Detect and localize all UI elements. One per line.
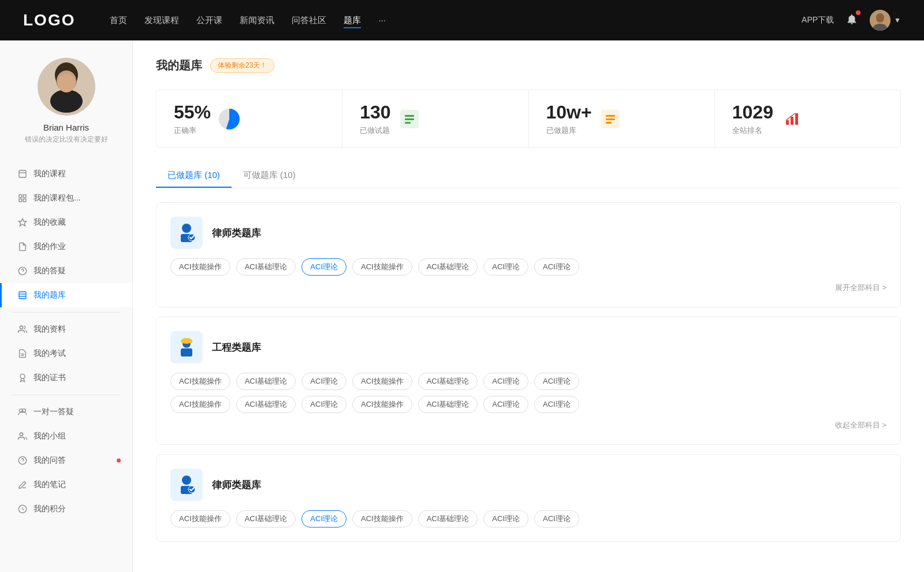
sidebar-item-package[interactable]: 我的课程包... bbox=[0, 186, 132, 210]
stat-done-questions-text: 130 已做试题 bbox=[360, 102, 390, 136]
bank-item-engineer: 工程类题库 ACI技能操作 ACI基础理论 ACI理论 ACI技能操作 ACI基… bbox=[156, 317, 901, 445]
tag-3[interactable]: ACI技能操作 bbox=[352, 258, 412, 276]
page-title: 我的题库 bbox=[156, 58, 202, 73]
sidebar-item-note-label: 我的笔记 bbox=[33, 480, 66, 490]
sidebar-item-course[interactable]: 我的课程 bbox=[0, 162, 132, 186]
law2-tag-4[interactable]: ACI基础理论 bbox=[418, 510, 478, 528]
eng-tag-3[interactable]: ACI技能操作 bbox=[352, 373, 412, 390]
law2-tag-0[interactable]: ACI技能操作 bbox=[170, 510, 230, 528]
eng-tag2-4[interactable]: ACI基础理论 bbox=[418, 396, 478, 413]
svg-rect-32 bbox=[405, 115, 414, 117]
svg-point-25 bbox=[20, 409, 23, 412]
nav-more[interactable]: ··· bbox=[378, 13, 386, 28]
sidebar-item-points[interactable]: 我的积分 bbox=[0, 497, 132, 521]
sidebar-item-questionbank[interactable]: 我的题库 bbox=[0, 283, 132, 307]
tag-4[interactable]: ACI基础理论 bbox=[418, 258, 478, 276]
eng-tag-5[interactable]: ACI理论 bbox=[483, 373, 528, 390]
svg-point-21 bbox=[20, 326, 23, 329]
svg-rect-47 bbox=[181, 341, 192, 343]
tag-2-active[interactable]: ACI理论 bbox=[301, 258, 346, 276]
sidebar-item-note[interactable]: 我的笔记 bbox=[0, 473, 132, 497]
sidebar-item-material-label: 我的资料 bbox=[33, 324, 66, 335]
law2-tag-3[interactable]: ACI技能操作 bbox=[352, 510, 412, 528]
stat-accuracy-value: 55% bbox=[174, 102, 211, 123]
svg-rect-39 bbox=[786, 120, 789, 125]
stat-done-banks-value: 10w+ bbox=[546, 102, 592, 123]
chevron-down-icon: ▼ bbox=[894, 16, 901, 24]
svg-rect-14 bbox=[23, 199, 26, 202]
sidebar-item-material[interactable]: 我的资料 bbox=[0, 317, 132, 341]
nav-discover[interactable]: 发现课程 bbox=[144, 13, 179, 28]
eng-tag-0[interactable]: ACI技能操作 bbox=[170, 373, 230, 390]
note-icon bbox=[17, 480, 28, 490]
sidebar-item-question[interactable]: 我的问答 bbox=[0, 448, 132, 473]
eng-tag2-6[interactable]: ACI理论 bbox=[534, 396, 579, 413]
tag-6[interactable]: ACI理论 bbox=[534, 258, 579, 276]
bank-icon bbox=[17, 290, 28, 300]
law2-tag-6[interactable]: ACI理论 bbox=[534, 510, 579, 528]
lawyer-figure-icon-2 bbox=[175, 473, 198, 496]
user-avatar-menu[interactable]: ▼ bbox=[870, 10, 901, 31]
nav-qa[interactable]: 问答社区 bbox=[292, 13, 326, 28]
law2-tag-5[interactable]: ACI理论 bbox=[483, 510, 528, 528]
eng-tag2-0[interactable]: ACI技能操作 bbox=[170, 396, 230, 413]
profile-avatar-image bbox=[38, 58, 95, 116]
nav-questionbank[interactable]: 题库 bbox=[344, 13, 361, 28]
bank-item-lawyer-2: 律师类题库 ACI技能操作 ACI基础理论 ACI理论 ACI技能操作 ACI基… bbox=[156, 454, 901, 542]
stat-accuracy-label: 正确率 bbox=[174, 125, 211, 136]
nav-news[interactable]: 新闻资讯 bbox=[240, 13, 274, 28]
nav-home[interactable]: 首页 bbox=[110, 13, 127, 28]
accuracy-chart-icon bbox=[219, 109, 240, 129]
bank-item-lawyer-1-tags: ACI技能操作 ACI基础理论 ACI理论 ACI技能操作 ACI基础理论 AC… bbox=[170, 258, 886, 276]
points-icon bbox=[17, 504, 28, 514]
sidebar-item-points-label: 我的积分 bbox=[33, 504, 66, 514]
list-orange-icon bbox=[600, 109, 621, 129]
sidebar-item-exam[interactable]: 我的考试 bbox=[0, 341, 132, 366]
bank-item-engineer-footer: 收起全部科目 > bbox=[170, 420, 886, 430]
group-icon bbox=[17, 431, 28, 441]
tag-0[interactable]: ACI技能操作 bbox=[170, 258, 230, 276]
bank-item-engineer-title: 工程类题库 bbox=[212, 341, 261, 354]
tab-done-banks[interactable]: 已做题库 (10) bbox=[156, 164, 232, 188]
sidebar-item-one-on-one[interactable]: 一对一答疑 bbox=[0, 400, 132, 424]
tab-available-banks[interactable]: 可做题库 (10) bbox=[232, 164, 307, 188]
app-download-button[interactable]: APP下载 bbox=[802, 15, 834, 25]
eng-tag-6[interactable]: ACI理论 bbox=[534, 373, 579, 390]
sidebar-item-group-label: 我的小组 bbox=[33, 431, 66, 441]
stat-rank-label: 全站排名 bbox=[732, 125, 773, 136]
stat-rank-value: 1029 bbox=[732, 102, 773, 123]
logo[interactable]: LOGO bbox=[23, 11, 75, 29]
eng-tag-1[interactable]: ACI基础理论 bbox=[236, 373, 296, 390]
expand-button-1[interactable]: 展开全部科目 > bbox=[835, 283, 886, 293]
sidebar-item-cert[interactable]: 我的证书 bbox=[0, 366, 132, 390]
nav-open-course[interactable]: 公开课 bbox=[196, 13, 222, 28]
svg-rect-48 bbox=[181, 348, 192, 356]
collapse-button-2[interactable]: 收起全部科目 > bbox=[835, 420, 886, 430]
bank-item-engineer-tags-row2: ACI技能操作 ACI基础理论 ACI理论 ACI技能操作 ACI基础理论 AC… bbox=[170, 396, 886, 413]
package-icon bbox=[17, 193, 28, 203]
sidebar-item-question-label: 我的问答 bbox=[33, 455, 66, 466]
tabs: 已做题库 (10) 可做题库 (10) bbox=[156, 164, 901, 188]
sidebar-item-qa[interactable]: 我的答疑 bbox=[0, 259, 132, 283]
material-icon bbox=[17, 324, 28, 335]
trial-badge[interactable]: 体验剩余23天！ bbox=[210, 58, 274, 73]
tag-5[interactable]: ACI理论 bbox=[483, 258, 528, 276]
sidebar-item-questionbank-label: 我的题库 bbox=[33, 290, 66, 300]
eng-tag-4[interactable]: ACI基础理论 bbox=[418, 373, 478, 390]
eng-tag-2[interactable]: ACI理论 bbox=[301, 373, 346, 390]
eng-tag2-1[interactable]: ACI基础理论 bbox=[236, 396, 296, 413]
law2-tag-2-active[interactable]: ACI理论 bbox=[301, 510, 346, 528]
sidebar-item-favorite[interactable]: 我的收藏 bbox=[0, 210, 132, 235]
svg-rect-38 bbox=[606, 122, 612, 124]
sidebar-divider-1 bbox=[12, 312, 121, 313]
notification-bell[interactable] bbox=[845, 13, 858, 28]
law2-tag-1[interactable]: ACI基础理论 bbox=[236, 510, 296, 528]
tag-1[interactable]: ACI基础理论 bbox=[236, 258, 296, 276]
eng-tag2-2[interactable]: ACI理论 bbox=[301, 396, 346, 413]
bank-item-lawyer-2-title: 律师类题库 bbox=[212, 478, 261, 492]
eng-tag2-5[interactable]: ACI理论 bbox=[483, 396, 528, 413]
sidebar-item-group[interactable]: 我的小组 bbox=[0, 424, 132, 448]
eng-tag2-3[interactable]: ACI技能操作 bbox=[352, 396, 412, 413]
orange-list-icon bbox=[601, 110, 620, 128]
sidebar-item-homework[interactable]: 我的作业 bbox=[0, 235, 132, 259]
